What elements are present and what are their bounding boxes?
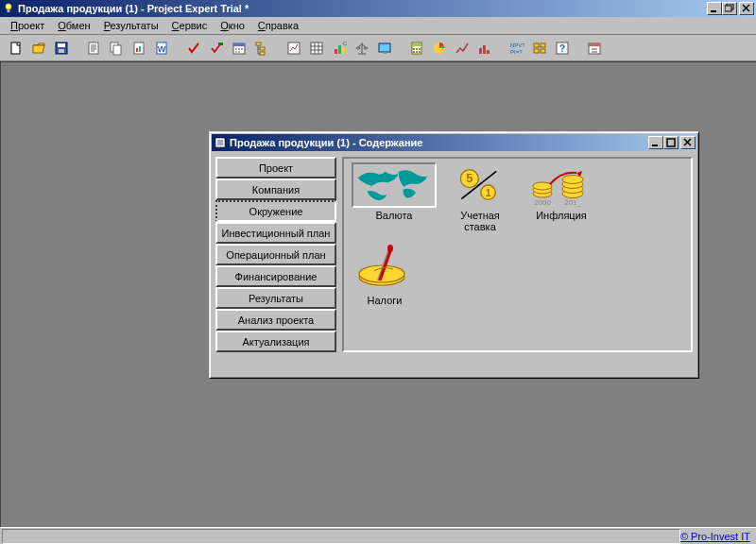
toolbar-chart-report-button[interactable]: [129, 39, 149, 58]
svg-rect-8: [59, 49, 64, 53]
restore-button[interactable]: [722, 2, 737, 15]
svg-rect-24: [311, 42, 322, 54]
svg-rect-14: [139, 46, 141, 52]
svg-text:2000: 2000: [534, 198, 551, 207]
doc-icon: [214, 136, 227, 149]
nav-анализ-проекта[interactable]: Анализ проекта: [215, 309, 336, 331]
credit-link[interactable]: © Pro-Invest IT: [680, 531, 750, 542]
nav-компания[interactable]: Компания: [215, 178, 336, 200]
toolbar-check-red-button[interactable]: [183, 39, 204, 58]
toolbar-red-bars-button[interactable]: [474, 39, 495, 58]
svg-rect-27: [342, 47, 345, 54]
app-icon: [2, 2, 15, 15]
svg-point-0: [6, 4, 11, 9]
toolbar-question-button[interactable]: ?: [552, 39, 573, 58]
nav-актуализация[interactable]: Актуализация: [215, 331, 336, 352]
toolbar-balance-button[interactable]: [352, 39, 372, 58]
svg-rect-50: [541, 49, 545, 53]
content-item-currency[interactable]: Валюта: [344, 159, 444, 236]
rate-icon: 51: [452, 162, 508, 208]
child-maximize-button[interactable]: [663, 136, 679, 149]
svg-point-30: [364, 47, 368, 49]
toolbar-new-button[interactable]: [6, 39, 26, 58]
content-item-rate[interactable]: 51Учетнаяставка: [444, 159, 516, 236]
svg-text:PI=?: PI=?: [510, 49, 523, 55]
nav-операционный-план[interactable]: Операционный план: [215, 244, 336, 265]
toolbar-word-report-button[interactable]: W: [151, 39, 172, 58]
toolbar-calendar-button[interactable]: [229, 39, 249, 58]
svg-text:?: ?: [559, 43, 565, 54]
content-panel: Валюта51Учетнаяставка2000201_Инфляция На…: [342, 157, 693, 352]
svg-rect-25: [335, 49, 337, 54]
toolbar-check-green-button[interactable]: [206, 39, 227, 58]
svg-point-38: [413, 51, 415, 53]
svg-point-40: [419, 51, 421, 53]
svg-rect-56: [652, 144, 658, 146]
svg-rect-49: [534, 49, 539, 53]
child-window: Продажа продукции (1) - Содержание Проек…: [209, 131, 699, 379]
svg-rect-2: [711, 10, 716, 12]
svg-text:CF: CF: [343, 41, 347, 46]
nav-результаты[interactable]: Результаты: [215, 287, 336, 309]
svg-point-65: [533, 182, 552, 190]
menu-сервис[interactable]: Сервис: [165, 18, 215, 33]
toolbar-calc-button[interactable]: [406, 39, 427, 58]
toolbar-small-chart-button[interactable]: [284, 39, 304, 58]
menu-результаты[interactable]: Результаты: [97, 18, 165, 33]
content-item-inflation[interactable]: 2000201_Инфляция: [516, 159, 607, 236]
svg-rect-44: [487, 50, 490, 54]
svg-text:W: W: [158, 44, 166, 54]
svg-rect-7: [58, 43, 65, 47]
toolbar-grid-button[interactable]: [306, 39, 327, 58]
svg-rect-11: [113, 45, 121, 55]
toolbar-save-button[interactable]: [51, 39, 72, 58]
svg-point-69: [562, 176, 583, 184]
toolbar-breakdown-button[interactable]: [529, 39, 550, 58]
svg-text:201_: 201_: [564, 198, 581, 207]
svg-rect-58: [353, 164, 435, 206]
nav-проект[interactable]: Проект: [215, 157, 336, 178]
menu-окно[interactable]: Окно: [214, 18, 251, 33]
toolbar-calendar2-button[interactable]: [584, 39, 605, 58]
svg-rect-17: [218, 42, 223, 45]
app-title: Продажа продукции (1) - Project Expert T…: [18, 3, 249, 14]
svg-text:NPV?: NPV?: [510, 42, 524, 48]
svg-point-37: [419, 48, 421, 50]
svg-rect-32: [383, 52, 387, 54]
rate-label: Учетнаяставка: [460, 210, 500, 232]
toolbar-npv-button[interactable]: NPV?PI=?: [507, 39, 527, 58]
toolbar-open-button[interactable]: [28, 39, 49, 58]
toolbar-pie-button[interactable]: [429, 39, 450, 58]
toolbar-screen-button[interactable]: [374, 39, 395, 58]
inflation-label: Инфляция: [536, 210, 587, 221]
child-close-button[interactable]: [680, 136, 696, 149]
svg-rect-1: [8, 9, 10, 12]
svg-rect-21: [260, 47, 265, 50]
app-titlebar: Продажа продукции (1) - Project Expert T…: [0, 0, 756, 17]
menu-справка[interactable]: Справка: [251, 18, 305, 33]
toolbar-trend-button[interactable]: [452, 39, 472, 58]
toolbar-copy-button[interactable]: [106, 39, 127, 58]
svg-rect-54: [589, 43, 600, 46]
nav-окружение[interactable]: Окружение: [215, 200, 336, 222]
nav-инвестиционный-план[interactable]: Инвестиционный план: [215, 222, 336, 244]
menu-проект[interactable]: Проект: [4, 18, 51, 33]
toolbar-tree-button[interactable]: [251, 39, 272, 58]
content-item-tax[interactable]: Налоги: [344, 236, 425, 310]
svg-point-39: [416, 51, 418, 53]
svg-rect-26: [338, 45, 341, 54]
child-minimize-button[interactable]: [648, 136, 663, 149]
status-pane: [2, 529, 680, 544]
inflation-icon: 2000201_: [524, 162, 599, 208]
svg-rect-5: [11, 42, 20, 54]
toolbar-bar-chart-button[interactable]: CF: [329, 39, 350, 58]
svg-rect-19: [233, 43, 245, 46]
menu-обмен[interactable]: Обмен: [51, 18, 96, 33]
child-title: Продажа продукции (1) - Содержание: [230, 137, 422, 148]
svg-rect-13: [136, 48, 138, 52]
svg-point-74: [387, 245, 393, 252]
toolbar-text-report-button[interactable]: [83, 39, 104, 58]
close-button[interactable]: [739, 2, 754, 15]
minimize-button[interactable]: [707, 2, 722, 15]
nav-финансирование[interactable]: Финансирование: [215, 265, 336, 287]
